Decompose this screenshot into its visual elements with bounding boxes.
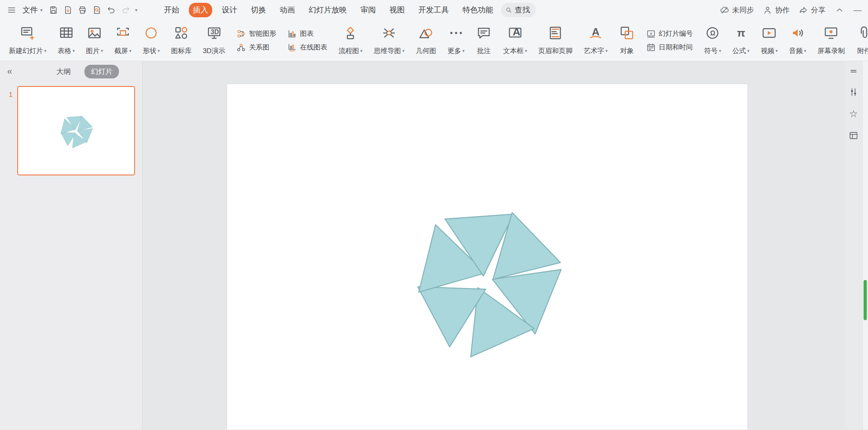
ribbon-button-picture[interactable]: 图片▾ [82,23,107,58]
ribbon-button-screen-record[interactable]: 屏幕录制 [813,23,849,58]
ribbon-button-video[interactable]: 视频▾ [757,23,782,58]
ribbon-button-symbol[interactable]: Ω符号▾ [700,23,725,58]
wordart-icon: A [588,25,604,41]
screen-record-icon [823,25,839,41]
ribbon-button-attachment[interactable]: 附件 [852,23,868,58]
vertical-scrollbar[interactable] [862,61,868,430]
menu-tab-切换[interactable]: 切换 [247,3,270,17]
ribbon-button-relationship-diagram[interactable]: 关系图 [236,43,276,52]
slide-1[interactable] [227,84,747,430]
print-preview-button[interactable] [92,5,102,15]
ribbon-button-new-slide[interactable]: 新建幻灯片▾ [5,23,51,58]
menu-tab-视图[interactable]: 视图 [385,3,409,17]
date-time-icon [646,43,656,52]
menu-tab-开发工具[interactable]: 开发工具 [414,3,453,17]
dropdown-caret-icon: ▾ [776,48,778,53]
undo-button[interactable] [106,5,117,15]
panel-resize-handle[interactable] [848,66,859,76]
ribbon-button-comment[interactable]: 批注 [472,23,496,58]
svg-text:3D: 3D [211,29,219,35]
ribbon-button-icon-library[interactable]: 图标库 [167,23,196,58]
ribbon-button-formula[interactable]: π公式▾ [729,23,754,58]
collapse-panel-button[interactable]: « [7,66,12,77]
dropdown-caret-icon: ▾ [129,48,132,53]
comment-icon [476,25,492,41]
print-button[interactable] [77,5,88,15]
save-button[interactable] [48,5,59,15]
menu-tab-动画[interactable]: 动画 [276,3,299,17]
panel-tabs: 大纲幻灯片 [50,65,119,78]
panel-tab-幻灯片[interactable]: 幻灯片 [84,65,119,78]
menu-tab-特色功能[interactable]: 特色功能 [459,3,497,17]
ribbon-button-wordart[interactable]: A艺术字▾ [580,23,612,58]
menu-tab-插入[interactable]: 插入 [189,3,212,17]
collapse-ribbon-icon[interactable] [834,5,845,15]
dropdown-caret-icon: ▾ [719,48,721,53]
icon-library-icon [173,25,189,41]
scrollbar-thumb[interactable] [864,280,867,320]
panel-tab-大纲[interactable]: 大纲 [50,65,77,78]
screenshot-icon [115,25,131,41]
online-chart-icon [287,43,297,52]
dropdown-caret-icon: ▾ [44,48,47,53]
ribbon-button-object[interactable]: 对象 [615,23,639,58]
menu-tab-开始[interactable]: 开始 [160,3,183,17]
ribbon-button-more[interactable]: 更多▾ [443,23,469,58]
object-icon [619,25,635,41]
ribbon-button-textbox[interactable]: A文本框▾ [499,23,531,58]
ribbon-button-mindmap[interactable]: 思维导图▾ [370,23,409,58]
chevron-down-icon: ▾ [40,7,43,13]
ribbon-button-smart-graphics[interactable]: 智能图形 [236,29,276,39]
ribbon-button-audio[interactable]: 音频▾ [785,23,811,58]
search-button[interactable]: 查找 [501,3,536,17]
quick-access-caret-icon[interactable]: ▾ [135,7,137,13]
star-effects-icon[interactable]: ☆ [848,109,859,119]
sync-status[interactable]: 未同步 [720,5,754,15]
ribbon-button-3d-presentation[interactable]: 3D3D演示 [199,23,229,58]
search-icon [505,6,512,14]
menu-tab-设计[interactable]: 设计 [218,3,241,17]
hamburger-menu-icon[interactable] [6,5,17,15]
minimize-icon[interactable]: — [854,6,862,15]
ribbon-button-header-footer[interactable]: 页眉和页脚 [534,23,577,58]
person-icon [763,5,772,15]
ribbon-button-flowchart[interactable]: 流程图▾ [334,23,366,58]
ribbon-button-slide-number[interactable]: #幻灯片编号 [646,29,693,39]
svg-text:#: # [650,31,653,35]
menubar: 文件 ▾ ▾ 开始插入设计切换动画幻灯片放映审阅视图开发工具特色功能 查找 未同… [0,0,868,20]
relationship-diagram-icon [236,43,246,52]
more-icon [448,25,464,41]
collaborate-button[interactable]: 协作 [763,5,790,15]
textbox-icon: A [507,25,523,41]
symbol-icon: Ω [704,25,721,41]
menu-tab-幻灯片放映[interactable]: 幻灯片放映 [305,3,351,17]
picture-icon [86,25,102,41]
share-button[interactable]: 分享 [798,5,825,15]
dropdown-caret-icon: ▾ [360,48,362,53]
ribbon-button-screenshot[interactable]: 截屏▾ [111,23,136,58]
ribbon-button-geometry[interactable]: 几何图 [411,23,440,58]
redo-button[interactable] [121,5,131,15]
ribbon-button-online-chart[interactable]: 在线图表 [287,43,327,52]
dropdown-caret-icon: ▾ [73,48,75,53]
ribbon-button-date-time[interactable]: 日期和时间 [646,43,693,52]
settings-sliders-icon[interactable] [848,87,859,97]
slide-layout-icon[interactable] [848,130,859,141]
video-icon [761,25,777,41]
dropdown-caret-icon: ▾ [525,48,527,53]
editing-canvas[interactable] [143,61,845,430]
dropdown-caret-icon: ▾ [402,48,405,53]
ribbon-button-shapes[interactable]: 形状▾ [139,23,164,58]
right-tool-strip: ☆ [845,61,862,430]
ribbon-button-chart[interactable]: 图表 [287,29,327,39]
menu-tab-审阅[interactable]: 审阅 [356,3,380,17]
slide-thumbnail-row: 1 [0,86,142,175]
dropdown-caret-icon: ▾ [462,48,465,53]
slide-thumbnail-1[interactable] [17,86,135,175]
export-button[interactable] [63,5,73,15]
file-menu[interactable]: 文件 ▾ [21,5,44,15]
smart-graphics-icon [236,29,246,39]
attachment-icon [856,25,868,41]
ribbon-button-table[interactable]: 表格▾ [54,23,79,58]
3d-presentation-icon: 3D [206,25,222,41]
